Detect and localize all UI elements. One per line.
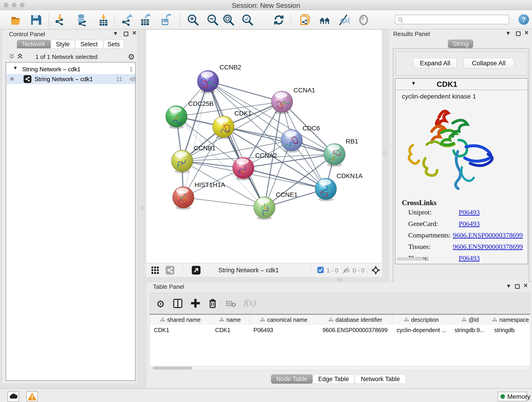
- warnings-button[interactable]: [26, 391, 38, 402]
- export-table-icon[interactable]: [139, 14, 152, 26]
- delete-column-trash-icon[interactable]: [208, 298, 218, 308]
- network-edge-CCNB2-HIST1H1A[interactable]: [183, 81, 208, 197]
- tab-string[interactable]: String: [448, 40, 473, 48]
- table-cell[interactable]: CDK1: [211, 325, 249, 335]
- show-columns-icon[interactable]: [173, 298, 183, 308]
- homes-icon[interactable]: [318, 14, 331, 26]
- open-in-window-icon[interactable]: [192, 266, 201, 274]
- tab-sets[interactable]: Sets: [103, 40, 124, 48]
- zoom-out-icon[interactable]: [207, 14, 219, 26]
- network-node-CCNA1[interactable]: CCNA1: [271, 87, 315, 114]
- table-cell[interactable]: stringdb:9...: [450, 325, 490, 335]
- share-document-icon[interactable]: [299, 14, 311, 26]
- column-header-namespace[interactable]: namespace: [490, 315, 531, 325]
- right-splitter-handle[interactable]: [383, 151, 386, 155]
- table-hscrollbar[interactable]: [150, 366, 530, 370]
- tab-style[interactable]: Style: [51, 40, 75, 48]
- save-session-icon[interactable]: [30, 14, 42, 26]
- table-cell[interactable]: 9606.ENSP00000378699: [318, 325, 393, 335]
- control-panel-float-icon[interactable]: [124, 32, 128, 36]
- hidden-eye-icon[interactable]: [342, 267, 350, 274]
- results-panel-menu-icon[interactable]: ▼: [505, 30, 511, 36]
- memory-button[interactable]: Memory: [498, 392, 527, 401]
- crosslink-value-link[interactable]: P06493: [459, 208, 480, 216]
- table-panel-menu-icon[interactable]: ▼: [506, 283, 511, 289]
- network-node-CCNE1[interactable]: CCNE1: [254, 191, 298, 220]
- table-cell[interactable]: stringdb: [490, 325, 531, 335]
- selected-nodes-checkbox[interactable]: [317, 267, 324, 273]
- collapse-arrow-icon[interactable]: ▼: [13, 65, 18, 70]
- network-node-CDC6[interactable]: CDC6: [281, 125, 320, 153]
- network-row-selected[interactable]: String Network – cdk1 11 48: [7, 74, 135, 84]
- table-panel-float-icon[interactable]: [515, 284, 520, 289]
- add-column-icon[interactable]: [190, 298, 201, 308]
- horizontal-splitter-handle[interactable]: [337, 279, 342, 281]
- table-cell[interactable]: CDK1: [150, 325, 211, 335]
- table-hscroll-thumb[interactable]: [152, 367, 192, 370]
- search-box[interactable]: [395, 15, 509, 24]
- zoom-fit-icon[interactable]: [222, 14, 235, 26]
- results-hscroll-thumb[interactable]: [396, 257, 424, 261]
- toolbar-separator: [114, 13, 115, 26]
- table-panel-close-icon[interactable]: ✕: [523, 282, 528, 289]
- column-header-description[interactable]: description: [393, 315, 450, 325]
- refresh-icon[interactable]: [273, 14, 285, 26]
- control-panel-title: Control Panel: [9, 31, 45, 38]
- collapse-all-button[interactable]: Collapse All: [463, 58, 514, 69]
- export-image-icon[interactable]: [160, 14, 172, 26]
- gene-card-header[interactable]: ▼ CDK1: [395, 79, 528, 90]
- column-header-database-identifier[interactable]: database identifier: [318, 315, 393, 325]
- network-node-CDKN1A[interactable]: CDKN1A: [315, 172, 363, 201]
- network-share-icon[interactable]: [166, 266, 174, 274]
- open-session-icon[interactable]: [10, 14, 22, 26]
- tab-network-table[interactable]: Network Table: [355, 375, 406, 384]
- birdseye-grid-icon[interactable]: [151, 266, 160, 275]
- import-database-icon[interactable]: [76, 14, 88, 26]
- network-options-gear-icon[interactable]: ⚙: [128, 52, 135, 61]
- column-header--id[interactable]: @id: [450, 315, 490, 325]
- table-cell[interactable]: P06493: [249, 325, 318, 335]
- import-network-icon[interactable]: [54, 14, 66, 26]
- crosslink-value-link[interactable]: 9606.ENSP00000378699: [453, 231, 523, 239]
- tab-select[interactable]: Select: [75, 40, 103, 48]
- network-collection-row[interactable]: ▼ String Network – cdk1 1: [6, 64, 135, 74]
- zoom-selected-icon[interactable]: [241, 14, 254, 26]
- crosslink-value-link[interactable]: P06493: [459, 254, 480, 262]
- column-header-canonical-name[interactable]: canonical name: [249, 315, 318, 325]
- tab-network[interactable]: Network: [17, 40, 51, 48]
- expand-all-button[interactable]: Expand All: [413, 58, 457, 69]
- table-settings-gear-icon[interactable]: ⚙: [156, 298, 165, 310]
- crosslink-row: Uniprot:P06493: [408, 208, 523, 216]
- fit-selected-crosshair-icon[interactable]: [371, 265, 380, 275]
- gene-description: cyclin-dependent kinase 1: [402, 93, 476, 100]
- control-panel-close-icon[interactable]: ✕: [132, 30, 137, 36]
- crosslink-row: Compartments:9606.ENSP00000378699: [408, 231, 523, 239]
- table-row[interactable]: CDK1CDK1P064939606.ENSP00000378699cyclin…: [150, 325, 530, 335]
- network-node-RB1[interactable]: RB1: [324, 138, 358, 167]
- cloud-status-button[interactable]: [7, 391, 19, 402]
- export-network-icon[interactable]: [121, 14, 133, 26]
- help-button[interactable]: ?: [519, 14, 529, 25]
- left-splitter-handle[interactable]: [141, 206, 144, 210]
- crosslink-value-link[interactable]: 9606.ENSP00000378699: [453, 243, 523, 250]
- crosslink-value-link[interactable]: P06493: [459, 220, 480, 228]
- control-panel-menu-icon[interactable]: ▼: [113, 30, 118, 37]
- results-panel-close-icon[interactable]: ✕: [524, 30, 529, 36]
- netbar-separator: [368, 265, 368, 275]
- zoom-in-icon[interactable]: [187, 14, 199, 26]
- network-edge-CCNB2-CCNE1[interactable]: [208, 81, 264, 207]
- results-panel-float-icon[interactable]: [516, 32, 520, 36]
- network-node-HIST1H1A[interactable]: HIST1H1A: [172, 181, 225, 210]
- hide-unhide-icon[interactable]: [337, 14, 350, 26]
- network-edge-HIST1H1A-CCNE1[interactable]: [183, 197, 264, 207]
- gene-collapse-icon[interactable]: ▼: [411, 80, 416, 86]
- search-input[interactable]: [405, 16, 506, 23]
- network-canvas[interactable]: CCNB2CCNA1CDC25BCDK1CDC6RB1CCNB1CCNA2CDK…: [146, 30, 382, 263]
- tab-edge-table[interactable]: Edge Table: [312, 375, 355, 384]
- column-header-name[interactable]: name: [211, 315, 249, 325]
- table-cell[interactable]: cyclin-dependent ...: [393, 325, 450, 335]
- network-graph[interactable]: CCNB2CCNA1CDC25BCDK1CDC6RB1CCNB1CCNA2CDK…: [146, 30, 382, 263]
- tab-node-table[interactable]: Node Table: [271, 375, 312, 384]
- column-header-shared-name[interactable]: shared name: [150, 315, 211, 325]
- import-table-icon[interactable]: [97, 14, 110, 26]
